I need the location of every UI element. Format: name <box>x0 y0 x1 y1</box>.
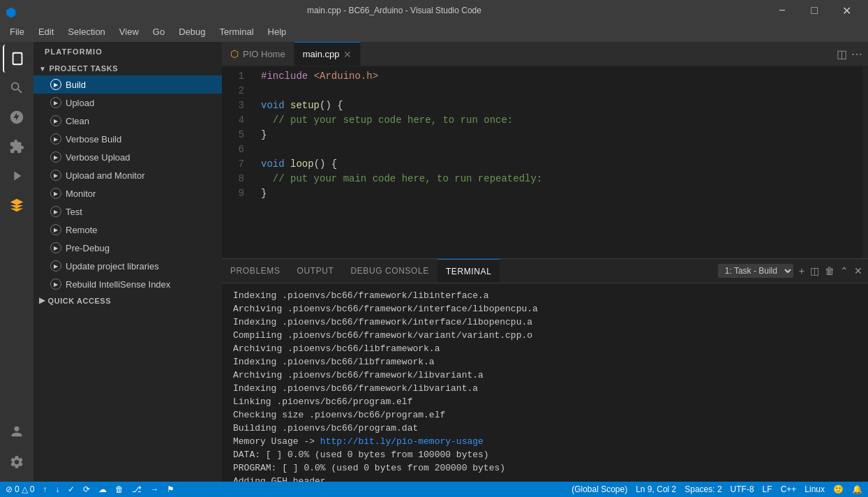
status-check[interactable]: ✓ <box>68 484 75 494</box>
activity-git[interactable] <box>3 103 31 131</box>
code-content[interactable]: #include <Arduino.h> void setup() { // p… <box>250 66 862 258</box>
terminal-task-selector[interactable]: 1: Task - Build <box>718 264 793 278</box>
status-errors[interactable]: ⊘ 0 △ 0 <box>6 484 34 494</box>
task-icon-rebuild-index: ▶ <box>50 279 61 290</box>
task-verbose-upload[interactable]: ▶ Verbose Upload <box>33 148 222 166</box>
panel-tab-output[interactable]: OUTPUT <box>289 259 343 283</box>
status-bell[interactable]: 🔔 <box>852 484 862 494</box>
quick-access-arrow: ▶ <box>39 296 45 305</box>
task-update-libs[interactable]: ▶ Update project libraries <box>33 257 222 275</box>
project-tasks-header[interactable]: ▼ PROJECT TASKS <box>33 61 222 75</box>
task-monitor[interactable]: ▶ Monitor <box>33 184 222 202</box>
warning-icon: △ <box>22 484 28 494</box>
terminal-line: Archiving .pioenvs/bc66/libframework.a <box>233 342 857 355</box>
status-arrow[interactable]: → <box>150 484 158 494</box>
panel-tab-terminal[interactable]: TERMINAL <box>437 259 500 283</box>
activity-run[interactable] <box>3 162 31 190</box>
menu-terminal[interactable]: Terminal <box>212 24 260 40</box>
panel-tabs: PROBLEMS OUTPUT DEBUG CONSOLE TERMINAL 1… <box>222 259 868 283</box>
tab-main-cpp-label: main.cpp <box>303 49 340 59</box>
status-spaces[interactable]: Spaces: 2 <box>684 484 721 494</box>
sidebar: PLATFORMIO ▼ PROJECT TASKS ▶ Build ▶ Upl… <box>33 42 222 482</box>
title-bar: ⬢ main.cpp - BC66_Arduino - Visual Studi… <box>0 0 868 21</box>
minimize-button[interactable]: − <box>766 0 798 21</box>
kill-terminal-button[interactable]: 🗑 <box>825 265 835 276</box>
task-label-verbose-upload: Verbose Upload <box>66 152 130 163</box>
menu-file[interactable]: File <box>3 24 31 40</box>
activity-settings[interactable] <box>3 448 31 476</box>
menu-bar: File Edit Selection View Go Debug Termin… <box>0 21 868 42</box>
activity-account[interactable] <box>3 417 31 445</box>
status-git-up[interactable]: ↑ <box>43 484 47 494</box>
panel-tab-problems[interactable]: PROBLEMS <box>222 259 289 283</box>
task-clean[interactable]: ▶ Clean <box>33 112 222 130</box>
line-num-9: 9 <box>222 186 244 201</box>
status-encoding[interactable]: UTF-8 <box>731 484 754 494</box>
task-label-remote: Remote <box>66 225 98 235</box>
status-eol[interactable]: LF <box>763 484 772 494</box>
task-label-upload-monitor: Upload and Monitor <box>66 170 144 181</box>
new-terminal-button[interactable]: + <box>799 265 805 276</box>
more-actions-button[interactable]: ⋯ <box>851 47 862 61</box>
task-rebuild-index[interactable]: ▶ Rebuild IntelliSense Index <box>33 275 222 293</box>
task-label-upload: Upload <box>66 98 94 108</box>
editor-scrollbar[interactable] <box>862 66 868 258</box>
tab-close-button[interactable]: ✕ <box>343 49 352 60</box>
split-editor-button[interactable]: ◫ <box>837 47 847 61</box>
status-position[interactable]: Ln 9, Col 2 <box>636 484 676 494</box>
activity-explorer[interactable] <box>3 45 31 73</box>
status-scope[interactable]: (Global Scope) <box>571 484 627 494</box>
status-git-down[interactable]: ↓ <box>55 484 59 494</box>
terminal-content[interactable]: Indexing .pioenvs/bc66/framework/libinte… <box>222 283 868 482</box>
task-upload-monitor[interactable]: ▶ Upload and Monitor <box>33 166 222 184</box>
status-face[interactable]: 🙂 <box>833 484 844 494</box>
status-cloud[interactable]: ☁ <box>98 484 107 494</box>
task-icon-upload: ▶ <box>50 97 61 108</box>
menu-help[interactable]: Help <box>261 24 294 40</box>
menu-selection[interactable]: Selection <box>61 24 112 40</box>
menu-edit[interactable]: Edit <box>31 24 61 40</box>
eol-text: LF <box>763 484 772 494</box>
task-icon-verbose-build: ▶ <box>50 133 61 144</box>
code-editor: 1 2 3 4 5 6 7 8 9 #include <Arduino.h> v… <box>222 66 862 258</box>
close-button[interactable]: ✕ <box>830 0 862 21</box>
task-remote[interactable]: ▶ Remote <box>33 221 222 239</box>
status-language[interactable]: C++ <box>781 484 797 494</box>
panel-tab-debug[interactable]: DEBUG CONSOLE <box>342 259 437 283</box>
terminal-line: Archiving .pioenvs/bc66/framework/libvar… <box>233 369 857 382</box>
status-os[interactable]: Linux <box>805 484 825 494</box>
status-sync[interactable]: ⟳ <box>83 484 90 494</box>
maximize-panel-button[interactable]: ⌃ <box>840 265 848 276</box>
task-upload[interactable]: ▶ Upload <box>33 94 222 112</box>
terminal-line: Archiving .pioenvs/bc66/framework/interf… <box>233 302 857 316</box>
tab-main-cpp[interactable]: main.cpp ✕ <box>294 42 361 66</box>
status-branch[interactable]: ⎇ <box>132 484 142 494</box>
task-pre-debug[interactable]: ▶ Pre-Debug <box>33 239 222 257</box>
task-verbose-build[interactable]: ▶ Verbose Build <box>33 130 222 148</box>
activity-pio[interactable] <box>3 191 31 219</box>
menu-view[interactable]: View <box>112 24 146 40</box>
line-num-3: 3 <box>222 98 244 113</box>
maximize-button[interactable]: □ <box>798 0 830 21</box>
quick-access-header[interactable]: ▶ QUICK ACCESS <box>33 293 222 308</box>
task-icon-monitor: ▶ <box>50 188 61 199</box>
error-count: 0 <box>15 484 20 494</box>
activity-extensions[interactable] <box>3 133 31 161</box>
close-panel-button[interactable]: ✕ <box>854 265 862 276</box>
menu-go[interactable]: Go <box>146 24 172 40</box>
status-flag[interactable]: ⚑ <box>167 484 174 494</box>
split-terminal-button[interactable]: ◫ <box>810 265 819 276</box>
tab-pio-home[interactable]: ⬡ PIO Home <box>222 42 294 66</box>
panel-actions: 1: Task - Build + ◫ 🗑 ⌃ ✕ <box>712 259 868 283</box>
line-num-1: 1 <box>222 69 244 84</box>
task-test[interactable]: ▶ Test <box>33 202 222 221</box>
task-label-build: Build <box>66 80 86 90</box>
menu-debug[interactable]: Debug <box>172 24 212 40</box>
task-label-test: Test <box>66 207 82 217</box>
language-text: C++ <box>781 484 797 494</box>
activity-search[interactable] <box>3 74 31 102</box>
status-right: (Global Scope) Ln 9, Col 2 Spaces: 2 UTF… <box>571 484 862 494</box>
task-label-pre-debug: Pre-Debug <box>66 243 110 253</box>
status-trash[interactable]: 🗑 <box>115 484 124 494</box>
task-build[interactable]: ▶ Build <box>33 75 222 94</box>
